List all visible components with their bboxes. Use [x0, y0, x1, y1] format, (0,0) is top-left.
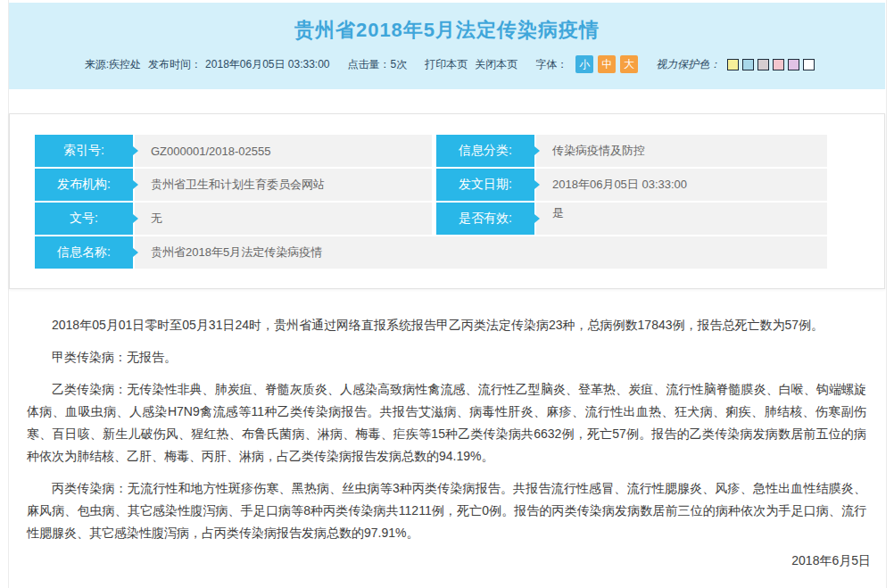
table-row: 信息名称: 贵州省2018年5月法定传染病疫情 [35, 236, 827, 269]
eye-protect-swatch-pink[interactable] [773, 59, 784, 70]
hit-count: 点击量：5次 [348, 57, 408, 72]
eye-protect-label: 视力保护色： [656, 57, 720, 72]
eye-protect-swatches [724, 59, 815, 70]
article-header: 贵州省2018年5月法定传染病疫情 来源:疾控处 发布时间： 2018年06月0… [9, 3, 885, 89]
info-category-label: 信息分类: [436, 135, 534, 167]
font-small-button[interactable]: 小 [575, 55, 593, 73]
doc-number-label: 文号: [35, 203, 133, 235]
publish-time-value: 2018年06月05日 03:33:00 [205, 57, 329, 72]
font-size-buttons: 小 中 大 [571, 55, 638, 73]
summary-paragraph: 2018年05月01日零时至05月31日24时，贵州省通过网络直报系统报告甲乙丙… [27, 314, 866, 336]
info-name-label: 信息名称: [35, 236, 133, 269]
issue-date-value: 2018年06月05日 03:33:00 [536, 169, 827, 201]
class-a-paragraph: 甲类传染病：无报告。 [27, 346, 866, 369]
page-title: 贵州省2018年5月法定传染病疫情 [9, 3, 885, 44]
document-info-panel: 索引号: GZ000001/2018-02555 信息分类: 传染病疫情及防控 … [9, 113, 885, 289]
meta-bar: 来源:疾控处 发布时间： 2018年06月05日 03:33:00 点击量：5次… [9, 55, 885, 73]
info-category-value: 传染病疫情及防控 [536, 135, 827, 167]
issue-date-label: 发文日期: [436, 169, 534, 201]
source-label: 来源:疾控处 [85, 57, 141, 72]
document-info-table: 索引号: GZ000001/2018-02555 信息分类: 传染病疫情及防控 … [35, 135, 827, 270]
table-row: 文号: 无 是否有效: 是 [35, 203, 827, 235]
info-name-value: 贵州省2018年5月法定传染病疫情 [135, 236, 827, 269]
publisher-label: 发布机构: [35, 169, 133, 201]
table-row: 索引号: GZ000001/2018-02555 信息分类: 传染病疫情及防控 [35, 135, 827, 167]
eye-protect-swatch-white[interactable] [803, 59, 815, 70]
table-row: 发布机构: 贵州省卫生和计划生育委员会网站 发文日期: 2018年06月05日 … [35, 169, 827, 201]
eye-protect-swatch-purple[interactable] [788, 59, 799, 70]
eye-protect-swatch-yellow[interactable] [727, 59, 739, 70]
article-date: 2018年6月5日 [791, 553, 871, 569]
class-c-paragraph: 丙类传染病：无流行性和地方性斑疹伤寒、黑热病、丝虫病等3种丙类传染病报告。共报告… [27, 477, 866, 544]
validity-value: 是 [536, 203, 827, 235]
font-large-button[interactable]: 大 [620, 55, 638, 73]
class-b-paragraph: 乙类传染病：无传染性非典、肺炭疽、脊髓灰质炎、人感染高致病性禽流感、流行性乙型脑… [27, 378, 866, 468]
publisher-value: 贵州省卫生和计划生育委员会网站 [135, 169, 432, 201]
doc-number-value: 无 [135, 203, 432, 235]
close-page-link[interactable]: 关闭本页 [475, 57, 517, 72]
validity-label: 是否有效: [436, 203, 534, 235]
eye-protect-swatch-gray[interactable] [757, 59, 769, 70]
font-size-label: 字体： [535, 57, 567, 72]
eye-protect-swatch-blue[interactable] [742, 59, 754, 70]
publish-time-label: 发布时间： [148, 57, 202, 72]
font-medium-button[interactable]: 中 [598, 55, 616, 73]
article-body: 2018年05月01日零时至05月31日24时，贵州省通过网络直报系统报告甲乙丙… [27, 314, 866, 554]
index-number-label: 索引号: [35, 135, 133, 167]
index-number-value: GZ000001/2018-02555 [135, 135, 432, 167]
print-page-link[interactable]: 打印本页 [425, 57, 468, 72]
